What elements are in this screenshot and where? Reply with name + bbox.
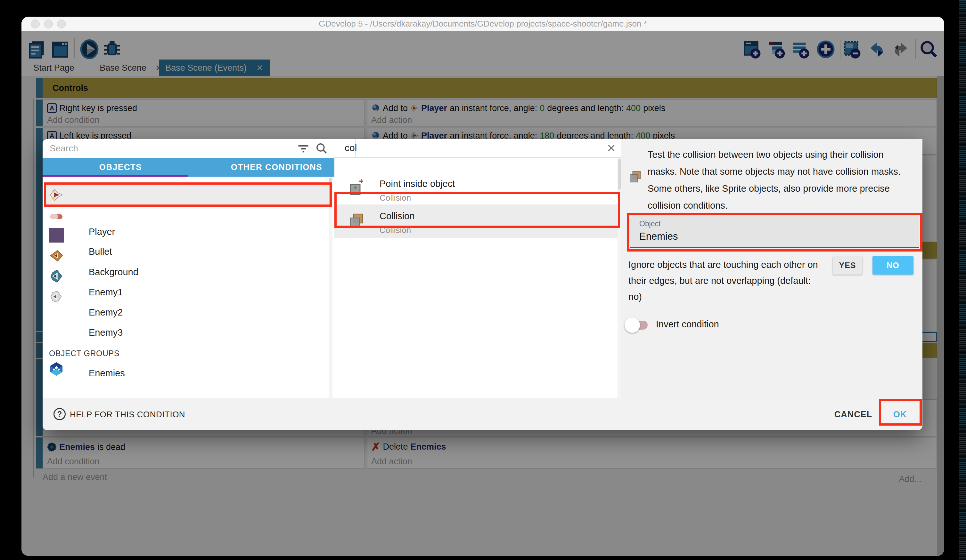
object-label[interactable]: Enemy1 (89, 287, 123, 298)
cancel-button[interactable]: CANCEL (828, 409, 879, 419)
group-label[interactable]: Enemies (89, 368, 125, 378)
tab-other-conditions[interactable]: OTHER CONDITIONS (199, 158, 355, 177)
object-label[interactable]: Enemy3 (89, 327, 123, 338)
chooser-tabbar: OBJECTS OTHER CONDITIONS (43, 158, 355, 177)
collision-icon (628, 170, 642, 185)
annotation-collision-result (334, 192, 620, 228)
enemy3-object-icon (49, 289, 64, 305)
object-label[interactable]: Player (89, 226, 115, 237)
enemies-group-icon (49, 362, 64, 378)
background-object-icon (49, 228, 64, 242)
condition-search[interactable]: ✕ (334, 139, 621, 158)
gdevelop-window: GDevelop 5 - /Users/dkarakay/Documents/G… (21, 16, 944, 556)
object-search-input[interactable] (49, 143, 274, 154)
condition-settings-panel: Test the collision between two objects u… (621, 139, 922, 398)
ignore-touching-label: Ignore objects that are touching each ot… (628, 257, 821, 305)
tab-label: OBJECTS (99, 162, 142, 172)
condition-search-input[interactable] (344, 142, 582, 154)
desktop-wallpaper-edge (959, 0, 966, 560)
object-list: Player Bullet Background Enemy1 Enemy2 (43, 177, 355, 398)
help-button[interactable]: HELP FOR THIS CONDITION (70, 409, 185, 419)
annotation-object-field (627, 213, 922, 252)
titlebar: GDevelop 5 - /Users/dkarakay/Documents/G… (21, 16, 944, 31)
yes-button[interactable]: YES (833, 256, 862, 275)
object-label[interactable]: Bullet (89, 246, 112, 257)
search-icon (315, 142, 328, 156)
no-button[interactable]: NO (872, 256, 913, 275)
result-title: Point inside object (380, 178, 455, 189)
bullet-object-icon (49, 209, 64, 225)
object-groups-header: OBJECT GROUPS (49, 349, 120, 358)
clear-search-icon[interactable]: ✕ (607, 142, 616, 155)
invert-condition-label: Invert condition (656, 319, 719, 329)
annotation-ok-button (879, 399, 922, 426)
tab-objects[interactable]: OBJECTS (43, 158, 199, 177)
scrollbar[interactable] (329, 177, 332, 398)
tab-label: OTHER CONDITIONS (231, 162, 322, 172)
enemy1-object-icon (49, 248, 64, 264)
object-label[interactable]: Enemy2 (89, 307, 123, 318)
screenshot-root: GDevelop 5 - /Users/dkarakay/Documents/G… (0, 0, 966, 560)
condition-description: Test the collision between two objects u… (647, 146, 913, 214)
enemy2-object-icon (49, 269, 64, 285)
dialog-footer: ? HELP FOR THIS CONDITION CANCEL OK (43, 398, 922, 430)
filter-icon[interactable] (297, 143, 309, 155)
object-label[interactable]: Background (89, 267, 138, 277)
object-search[interactable] (49, 139, 286, 158)
help-icon: ? (54, 408, 66, 420)
invert-toggle-knob[interactable] (624, 318, 640, 333)
window-title: GDevelop 5 - /Users/dkarakay/Documents/G… (21, 16, 944, 31)
annotation-player-item (44, 182, 332, 207)
